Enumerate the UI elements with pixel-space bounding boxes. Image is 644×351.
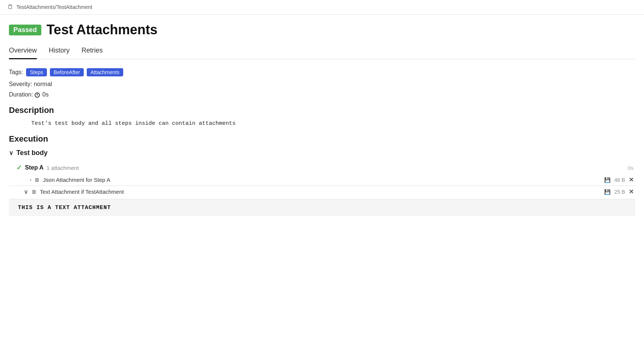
tab-history[interactable]: History: [49, 44, 70, 59]
step-a-row: ✓ Step A 1 attachment 0s: [9, 161, 635, 174]
duration-line: Duration: 0s: [9, 91, 635, 98]
execution-section: Execution ∨ Test body ✓ Step A 1 attachm…: [9, 134, 635, 216]
test-body-header[interactable]: ∨ Test body: [9, 149, 635, 157]
meta-section: Tags: Steps BeforeAfter Attachments Seve…: [9, 68, 635, 98]
json-attachment-name: Json Attachment for Step A: [43, 177, 110, 183]
tag-badge-attachments[interactable]: Attachments: [87, 68, 123, 76]
tags-row: Tags: Steps BeforeAfter Attachments: [9, 68, 635, 76]
duration-label: Duration:: [9, 91, 33, 98]
tab-retries[interactable]: Retries: [82, 44, 103, 59]
main-content: Passed Test Attachments Overview History…: [0, 15, 644, 224]
json-attachment-size: 46 B: [614, 177, 625, 183]
step-a-name: Step A: [25, 164, 44, 171]
title-row: Passed Test Attachments: [9, 22, 635, 38]
duration-value: 0s: [42, 91, 49, 98]
breadcrumb-text: TestAttachments/TestAttachment: [16, 4, 92, 10]
tag-badge-steps[interactable]: Steps: [26, 68, 47, 76]
json-attachment-left: › 🗎 Json Attachment for Step A: [30, 177, 110, 183]
close-icon-text[interactable]: ✕: [629, 188, 634, 195]
text-attachment-left: ∨ 🗎 Text Attachment if TestAttachment: [24, 188, 124, 195]
json-file-icon: 🗎: [34, 177, 40, 183]
text-attachment-chevron-icon[interactable]: ∨: [24, 188, 28, 195]
page-title: Test Attachments: [47, 22, 157, 38]
description-section: Description Test's test body and all ste…: [9, 105, 635, 127]
json-attachment-right: 💾 46 B ✕: [604, 176, 635, 183]
severity-value: normal: [34, 81, 52, 87]
clock-icon: [35, 92, 40, 98]
execution-heading: Execution: [9, 134, 635, 144]
chevron-down-icon: ∨: [9, 149, 13, 156]
top-bar: 🗒 TestAttachments/TestAttachment: [0, 0, 644, 15]
text-file-icon: 🗎: [31, 189, 37, 195]
step-a-check-icon: ✓: [16, 164, 22, 172]
tags-label: Tags:: [9, 69, 23, 76]
close-icon-json[interactable]: ✕: [629, 176, 634, 183]
description-text: Test's test body and all steps inside ca…: [9, 120, 635, 127]
tag-badge-beforeafter[interactable]: BeforeAfter: [50, 68, 84, 76]
text-attachment-row: ∨ 🗎 Text Attachment if TestAttachment 💾 …: [9, 186, 635, 197]
breadcrumb-icon: 🗒: [7, 4, 13, 10]
text-attachment-size: 25 B: [614, 189, 625, 195]
test-body-label: Test body: [16, 149, 48, 157]
text-attachment-content: THIS IS A TEXT ATTACHMENT: [9, 199, 635, 216]
description-heading: Description: [9, 105, 635, 115]
status-badge: Passed: [9, 25, 41, 35]
save-icon-text[interactable]: 💾: [604, 189, 610, 195]
step-a-attachment-count: 1 attachment: [47, 165, 79, 171]
severity-line: Severity: normal: [9, 81, 635, 88]
severity-label: Severity:: [9, 81, 32, 87]
save-icon[interactable]: 💾: [604, 177, 610, 183]
chevron-right-icon[interactable]: ›: [30, 177, 31, 183]
step-a-left: ✓ Step A 1 attachment: [16, 164, 79, 172]
json-attachment-row: › 🗎 Json Attachment for Step A 💾 46 B ✕: [9, 174, 635, 186]
step-a-time: 0s: [628, 165, 635, 171]
text-attachment-name: Text Attachment if TestAttachment: [40, 189, 124, 195]
text-attachment-right: 💾 25 B ✕: [604, 188, 635, 195]
tabs-container: Overview History Retries: [9, 44, 635, 59]
tab-overview[interactable]: Overview: [9, 44, 37, 59]
